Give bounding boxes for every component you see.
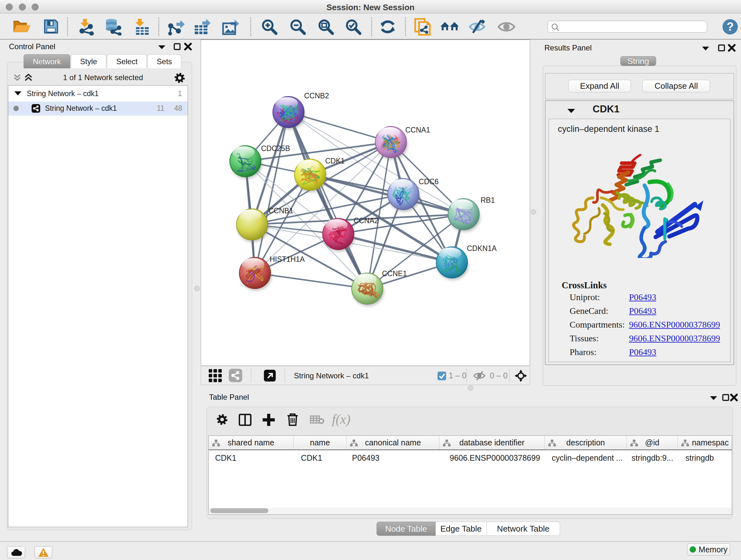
svg-text:CDK1: CDK1 xyxy=(325,157,345,165)
svg-text:HIST1H1A: HIST1H1A xyxy=(270,255,305,263)
svg-text:CDKN1A: CDKN1A xyxy=(467,244,497,253)
svg-text:CCNE1: CCNE1 xyxy=(382,269,407,278)
svg-text:CDC6: CDC6 xyxy=(419,178,439,186)
svg-text:CCNA1: CCNA1 xyxy=(405,126,430,134)
svg-text:?: ? xyxy=(727,20,734,33)
svg-text:CCNB2: CCNB2 xyxy=(304,91,329,100)
svg-text:CCNB1: CCNB1 xyxy=(268,206,293,215)
svg-text:CDC25B: CDC25B xyxy=(261,144,290,152)
svg-text:CCNA2: CCNA2 xyxy=(354,216,379,225)
svg-text:RB1: RB1 xyxy=(481,196,495,204)
